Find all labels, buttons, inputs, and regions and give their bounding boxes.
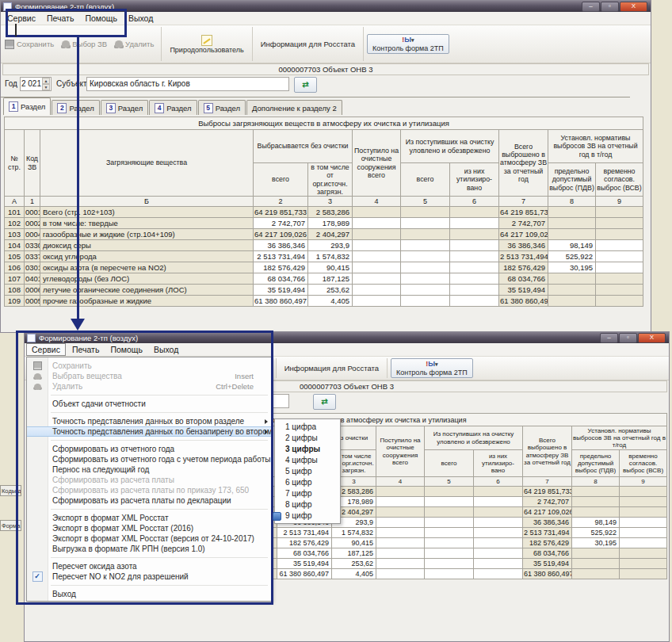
- menu-item[interactable]: Экспорт в формат XML Росстат (версия от …: [27, 533, 271, 544]
- cell-value[interactable]: [401, 240, 450, 251]
- cell-value[interactable]: [572, 487, 620, 497]
- cell-value[interactable]: 64 219 851,733: [499, 207, 548, 218]
- cell-value[interactable]: [474, 487, 523, 497]
- cell-row-num[interactable]: 103: [5, 229, 25, 240]
- menu-item[interactable]: Экспорт в формат XML Росстат: [27, 513, 271, 523]
- menu-servis[interactable]: Сервис: [2, 13, 40, 24]
- cell-row-num[interactable]: 102: [5, 218, 25, 229]
- cell-value[interactable]: 2 404,297: [308, 229, 353, 240]
- cell-value[interactable]: [572, 548, 620, 559]
- cell-value[interactable]: 2 583,286: [308, 207, 353, 218]
- cell-value[interactable]: 2 513 731,494: [499, 251, 548, 262]
- cell-value[interactable]: 4,405: [332, 569, 376, 579]
- table-row[interactable]: 104 0330 диоксид серы 36 386,346 293,9 3…: [5, 240, 643, 251]
- cell-value[interactable]: [425, 569, 474, 579]
- cell-value[interactable]: [548, 285, 596, 296]
- cell-value[interactable]: 1 574,832: [332, 528, 376, 538]
- cell-value[interactable]: [474, 497, 523, 507]
- cell-value[interactable]: 64 217 109,026: [254, 229, 308, 240]
- cell-value[interactable]: [548, 296, 596, 307]
- cell-value[interactable]: [450, 296, 499, 307]
- menu-item[interactable]: Выход: [27, 589, 271, 599]
- cell-value[interactable]: [450, 218, 499, 229]
- title-bar[interactable]: Формирование 2-тп (воздух) – ▫ X: [25, 332, 669, 343]
- cell-value[interactable]: 525,922: [572, 528, 620, 538]
- cell-code[interactable]: 0006: [25, 285, 40, 296]
- menu-help[interactable]: Помощь: [80, 13, 122, 24]
- menu-item[interactable]: Сохранить: [27, 361, 271, 371]
- menu-item[interactable]: Сформировать из отчетного года: [27, 444, 271, 454]
- cell-value[interactable]: [353, 229, 401, 240]
- cell-value[interactable]: 61 380 860,497: [277, 569, 332, 579]
- control-2tp-button[interactable]: !Ы▾ Контроль форма 2ТП: [367, 34, 449, 54]
- menu-item[interactable]: Сформировать из расчета платы по приказу…: [27, 485, 271, 495]
- cell-value[interactable]: [450, 207, 499, 218]
- cell-value[interactable]: [596, 229, 643, 240]
- cell-substance[interactable]: в том числе: твердые: [40, 218, 254, 229]
- cell-value[interactable]: [425, 497, 474, 507]
- cell-value[interactable]: 2 742,707: [254, 218, 308, 229]
- table-row[interactable]: 102 0002 в том числе: твердые 2 742,707 …: [5, 218, 643, 229]
- submenu-item[interactable]: 4 цифры: [275, 455, 340, 466]
- minimize-button[interactable]: –: [600, 333, 618, 343]
- table-row[interactable]: 101 0001 Всего (стр. 102+103) 64 219 851…: [5, 207, 643, 218]
- cell-value[interactable]: [401, 273, 450, 285]
- cell-value[interactable]: 36 386,346: [254, 240, 308, 251]
- cell-value[interactable]: [401, 285, 450, 296]
- table-row[interactable]: 109 0005 прочие газообразные и жидкие 61…: [5, 296, 643, 307]
- menu-item[interactable]: ✓Пересчет NO к NO2 для разрешений: [27, 571, 271, 582]
- submenu-item[interactable]: 3 цифры: [275, 444, 340, 455]
- cell-value[interactable]: 253,62: [332, 559, 376, 569]
- cell-value[interactable]: [572, 497, 620, 507]
- cell-value[interactable]: [425, 548, 474, 559]
- tab-section-4[interactable]: 4Раздел: [149, 100, 197, 115]
- cell-value[interactable]: [376, 487, 425, 497]
- cell-value[interactable]: [620, 548, 667, 559]
- table-row[interactable]: 103 0004 газообразные и жидкие (стр.104+…: [5, 229, 643, 240]
- cell-value[interactable]: [353, 296, 401, 307]
- cell-value[interactable]: [548, 229, 596, 240]
- cell-substance[interactable]: летучие органические соединения (ЛОС): [40, 285, 254, 296]
- cell-code[interactable]: 0401: [25, 273, 40, 285]
- cell-value[interactable]: [596, 262, 643, 273]
- cell-value[interactable]: [450, 285, 499, 296]
- cell-value[interactable]: 64 217 109,026: [523, 507, 572, 518]
- cell-value[interactable]: [620, 518, 667, 528]
- cell-value[interactable]: [596, 251, 643, 262]
- submenu-item[interactable]: 9 цифр: [275, 510, 340, 522]
- cell-row-num[interactable]: 107: [5, 273, 25, 285]
- tab-section-6[interactable]: Дополнение к разделу 2: [246, 100, 342, 115]
- cell-substance[interactable]: оксид углерода: [40, 251, 254, 262]
- cell-value[interactable]: [376, 497, 425, 507]
- menu-servis[interactable]: Сервис: [26, 343, 66, 356]
- cell-row-num[interactable]: 106: [5, 262, 25, 273]
- cell-value[interactable]: [474, 559, 523, 569]
- title-bar[interactable]: Формирование 2-тп (воздух) – ▫ X: [1, 1, 651, 12]
- cell-value[interactable]: [425, 507, 474, 518]
- cell-value[interactable]: 182 576,429: [277, 538, 332, 548]
- menu-item[interactable]: Объект сдачи отчетности: [27, 399, 271, 409]
- cell-value[interactable]: [620, 507, 667, 518]
- menu-item[interactable]: Экспорт в формат XML Росстат (2016): [27, 523, 271, 533]
- cell-value[interactable]: 2 742,707: [523, 497, 572, 507]
- cell-value[interactable]: [353, 218, 401, 229]
- rosstat-info-button[interactable]: Информация для Росстата: [280, 363, 384, 373]
- menu-item[interactable]: Выгрузка в формате ЛК РПН (версия 1.0): [27, 544, 271, 554]
- cell-value[interactable]: [572, 559, 620, 569]
- cell-value[interactable]: [474, 538, 523, 548]
- cell-value[interactable]: [376, 518, 425, 528]
- cell-value[interactable]: 61 380 860,497: [254, 296, 308, 307]
- submenu-item[interactable]: 2 цифры: [275, 433, 340, 444]
- cell-value[interactable]: 68 034,766: [523, 548, 572, 559]
- table-row[interactable]: 108 0006 летучие органические соединения…: [5, 285, 643, 296]
- cell-value[interactable]: [548, 273, 596, 285]
- menu-item[interactable]: УдалитьCtrl+Delete: [27, 381, 271, 392]
- cell-value[interactable]: [620, 487, 667, 497]
- cell-value[interactable]: 2 513 731,494: [254, 251, 308, 262]
- cell-value[interactable]: 36 386,346: [523, 518, 572, 528]
- cell-value[interactable]: 187,125: [332, 548, 376, 559]
- cell-row-num[interactable]: 104: [5, 240, 25, 251]
- close-button[interactable]: X: [620, 2, 647, 12]
- menu-item[interactable]: Пернос на следующий год: [27, 464, 271, 475]
- save-button[interactable]: Сохранить: [1, 38, 58, 51]
